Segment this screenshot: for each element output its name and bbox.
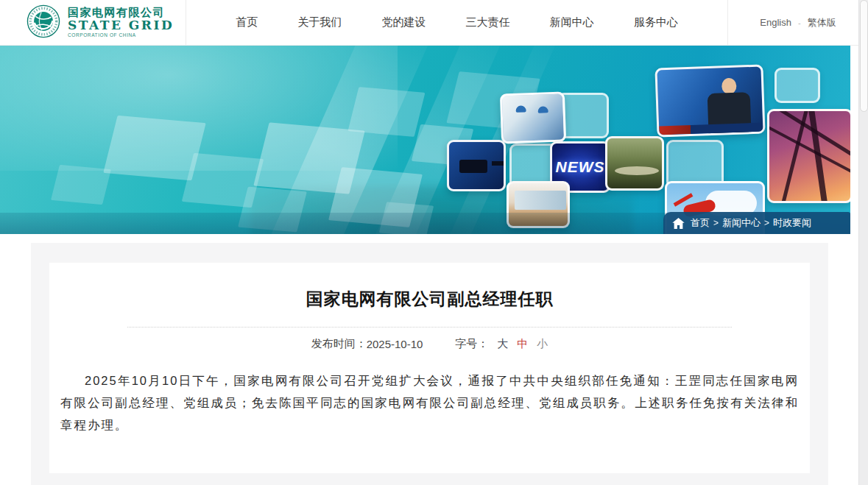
lang-traditional-link[interactable]: 繁体版 <box>808 16 836 29</box>
font-size-large-button[interactable]: 大 <box>497 337 508 351</box>
breadcrumb-separator: > <box>713 218 719 228</box>
site-header: 国家电网有限公司 STATE GRID CORPORATION OF CHINA… <box>0 0 868 46</box>
logo-text: 国家电网有限公司 STATE GRID CORPORATION OF CHINA <box>68 7 174 38</box>
scrollbar-track[interactable] <box>858 0 868 485</box>
breadcrumb-news-center-link[interactable]: 新闻中心 <box>722 216 761 230</box>
main-content: 国家电网有限公司副总经理任职 发布时间： 2025-10-10 字号： 大 中 … <box>0 234 868 485</box>
state-grid-globe-icon <box>27 4 60 41</box>
nav-item-service-center[interactable]: 服务中心 <box>634 15 678 29</box>
logo-company-name-sub: CORPORATION OF CHINA <box>68 33 174 38</box>
article-body: 2025年10月10日下午，国家电网有限公司召开党组扩大会议，通报了中共中央组织… <box>60 369 799 436</box>
article-panel: 国家电网有限公司副总经理任职 发布时间： 2025-10-10 字号： 大 中 … <box>49 263 810 473</box>
photo-tile-workers <box>500 91 566 144</box>
nav-item-home[interactable]: 首页 <box>236 15 258 29</box>
home-icon <box>672 218 685 229</box>
breadcrumb-home-link[interactable]: 首页 <box>691 216 710 230</box>
anchor-news-strip <box>659 123 763 135</box>
photo-tile-tv-anchor <box>654 64 765 137</box>
main-nav: 首页 关于我们 党的建设 三大责任 新闻中心 服务中心 <box>186 15 727 29</box>
hero-banner: NEWS 首页 > 新闻中心 > 时政要闻 <box>0 46 850 234</box>
breadcrumb-current-page: 时政要闻 <box>773 216 811 230</box>
article-card: 国家电网有限公司副总经理任职 发布时间： 2025-10-10 字号： 大 中 … <box>31 243 828 485</box>
lang-divider: - <box>798 18 801 27</box>
font-size-label: 字号： <box>455 337 488 351</box>
nav-item-party-building[interactable]: 党的建设 <box>381 15 426 29</box>
article-meta: 发布时间： 2025-10-10 字号： 大 中 小 <box>49 337 810 351</box>
nav-item-responsibilities[interactable]: 三大责任 <box>466 15 510 29</box>
scrollbar-thumb[interactable] <box>860 0 868 112</box>
photo-tile-meeting <box>605 136 664 191</box>
article-title: 国家电网有限公司副总经理任职 <box>49 288 810 311</box>
font-size-small-button[interactable]: 小 <box>537 337 548 351</box>
collage-empty-tile <box>775 68 820 103</box>
news-tile-text: NEWS <box>556 158 605 176</box>
dotted-divider <box>127 327 732 328</box>
publish-date: 2025-10-10 <box>367 338 423 350</box>
photo-tile-video-camera <box>447 140 506 191</box>
breadcrumb: 首页 > 新闻中心 > 时政要闻 <box>663 212 850 234</box>
abstract-tile <box>348 87 426 137</box>
page: 国家电网有限公司 STATE GRID CORPORATION OF CHINA… <box>0 0 868 485</box>
abstract-tile <box>51 165 111 205</box>
language-switch: English - 繁体版 <box>728 16 868 29</box>
photo-tile-power-lines <box>767 109 850 203</box>
logo-company-name-cn: 国家电网有限公司 <box>68 7 174 18</box>
logo-company-name-en: STATE GRID <box>68 19 174 32</box>
breadcrumb-separator: > <box>764 218 769 228</box>
font-size-medium-button[interactable]: 中 <box>517 337 528 351</box>
lang-english-link[interactable]: English <box>760 17 791 28</box>
logo[interactable]: 国家电网有限公司 STATE GRID CORPORATION OF CHINA <box>27 4 174 41</box>
nav-item-news-center[interactable]: 新闻中心 <box>550 15 594 29</box>
publish-time-label: 发布时间： <box>311 337 367 351</box>
nav-item-about[interactable]: 关于我们 <box>297 15 342 29</box>
